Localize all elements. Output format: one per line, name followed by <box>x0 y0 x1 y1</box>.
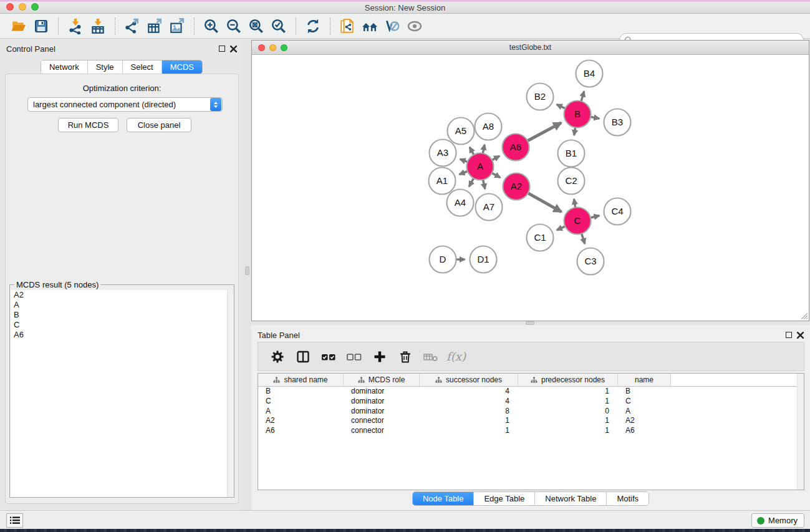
cell-shared-name[interactable]: A6 <box>258 426 344 436</box>
node-C2[interactable]: C2 <box>558 168 585 195</box>
close-window-button[interactable] <box>6 3 14 11</box>
node-A7[interactable]: A7 <box>476 194 503 221</box>
function-builder-button[interactable]: f(x) <box>445 346 468 368</box>
table-row-b[interactable]: Bdominator41B <box>258 387 804 397</box>
tab-select[interactable]: Select <box>123 60 162 74</box>
tab-network-table[interactable]: Network Table <box>535 492 607 505</box>
cell-mcds-role[interactable]: connector <box>344 416 420 426</box>
network-from-file-button[interactable] <box>336 16 359 37</box>
tab-style[interactable]: Style <box>88 60 123 74</box>
vertical-splitter-grip[interactable] <box>245 266 249 275</box>
node-C1[interactable]: C1 <box>527 225 554 251</box>
cell-predecessor-nodes[interactable]: 1 <box>518 426 618 436</box>
task-history-button[interactable] <box>6 513 23 528</box>
node-A3[interactable]: A3 <box>430 140 456 167</box>
node-C4[interactable]: C4 <box>604 198 631 225</box>
node-B[interactable]: B <box>564 101 591 128</box>
close-network-view-button[interactable] <box>258 44 265 51</box>
edge-A6-B[interactable] <box>526 123 561 142</box>
tab-mcds[interactable]: MCDS <box>162 60 202 74</box>
float-table-panel-icon[interactable] <box>786 332 792 338</box>
cell-mcds-role[interactable]: dominator <box>344 397 420 407</box>
import-network-button[interactable] <box>64 16 87 37</box>
zoom-in-button[interactable] <box>200 16 223 37</box>
tab-edge-table[interactable]: Edge Table <box>474 492 535 505</box>
show-hide-graphics-button[interactable] <box>403 16 426 37</box>
float-panel-icon[interactable] <box>219 46 225 52</box>
cell-mcds-role[interactable]: dominator <box>344 387 420 397</box>
cell-shared-name[interactable]: B <box>258 387 344 397</box>
node-D1[interactable]: D1 <box>470 246 497 273</box>
node-A8[interactable]: A8 <box>475 114 502 140</box>
node-A2[interactable]: A2 <box>503 173 530 200</box>
import-table-button[interactable] <box>87 16 109 37</box>
unselect-all-columns-button[interactable] <box>342 346 365 368</box>
cell-predecessor-nodes[interactable]: 1 <box>518 397 618 407</box>
add-row-button[interactable] <box>368 346 391 368</box>
edge-A2-C[interactable] <box>526 192 561 212</box>
cell-name[interactable]: A2 <box>618 416 671 426</box>
table-scrollbar[interactable] <box>797 374 804 490</box>
delete-rows-button[interactable] <box>393 346 417 368</box>
cell-predecessor-nodes[interactable]: 1 <box>518 387 618 397</box>
cell-successor-nodes[interactable]: 8 <box>420 407 518 417</box>
cell-successor-nodes[interactable]: 1 <box>420 426 518 436</box>
node-D[interactable]: D <box>430 246 456 273</box>
export-image-button[interactable] <box>166 16 188 37</box>
result-item-a2[interactable]: A2 <box>11 290 234 300</box>
cell-shared-name[interactable]: A <box>258 407 344 417</box>
column-header-predecessor-nodes[interactable]: predecessor nodes <box>518 374 618 386</box>
zoom-fit-button[interactable] <box>245 16 268 37</box>
zoom-network-view-button[interactable] <box>281 44 287 51</box>
result-item-a6[interactable]: A6 <box>11 330 234 340</box>
cell-successor-nodes[interactable]: 4 <box>420 387 518 397</box>
result-item-b[interactable]: B <box>11 310 234 320</box>
network-canvas[interactable]: B4B2BB3B1A5A8A6A3AA1C2A2A4A7C4CC1C3DD1 <box>252 55 809 321</box>
node-B2[interactable]: B2 <box>527 84 554 110</box>
zoom-window-button[interactable] <box>31 3 39 11</box>
node-B1[interactable]: B1 <box>558 140 585 167</box>
minimize-window-button[interactable] <box>19 3 26 11</box>
node-A[interactable]: A <box>467 153 494 180</box>
table-settings-button[interactable] <box>266 346 289 368</box>
node-A6[interactable]: A6 <box>503 134 529 161</box>
result-item-a[interactable]: A <box>11 300 234 310</box>
tab-motifs[interactable]: Motifs <box>607 492 648 505</box>
cell-mcds-role[interactable]: dominator <box>344 407 420 417</box>
close-panel-button[interactable]: Close panel <box>127 118 191 132</box>
tab-network[interactable]: Network <box>41 60 88 74</box>
select-all-columns-button[interactable] <box>317 346 340 368</box>
export-table-button[interactable] <box>143 16 166 37</box>
save-session-button[interactable] <box>30 16 52 37</box>
delete-table-button[interactable] <box>419 346 442 368</box>
memory-button[interactable]: Memory <box>751 513 804 528</box>
node-C3[interactable]: C3 <box>577 248 604 275</box>
result-scrollbar[interactable] <box>227 290 234 497</box>
node-B4[interactable]: B4 <box>576 60 603 87</box>
table-row-a6[interactable]: A6connector11A6 <box>258 426 804 436</box>
cell-shared-name[interactable]: A2 <box>258 416 344 426</box>
cell-name[interactable]: C <box>618 397 671 407</box>
tab-node-table[interactable]: Node Table <box>413 492 475 505</box>
show-columns-button[interactable] <box>291 346 314 368</box>
network-graph[interactable]: B4B2BB3B1A5A8A6A3AA1C2A2A4A7C4CC1C3DD1 <box>252 55 809 321</box>
cell-predecessor-nodes[interactable]: 0 <box>518 407 618 417</box>
node-A5[interactable]: A5 <box>448 118 475 145</box>
resize-grip-icon[interactable] <box>801 312 808 320</box>
column-header-mcds-role[interactable]: MCDS role <box>344 374 420 386</box>
export-network-button[interactable] <box>121 16 143 37</box>
cell-successor-nodes[interactable]: 4 <box>420 397 518 407</box>
minimize-network-view-button[interactable] <box>269 44 276 51</box>
cell-mcds-role[interactable]: connector <box>344 426 420 436</box>
cell-name[interactable]: A6 <box>618 426 671 436</box>
column-header-name[interactable]: name <box>618 374 671 386</box>
cell-successor-nodes[interactable]: 1 <box>420 416 518 426</box>
mcds-result-list[interactable]: A2ABCA6 <box>11 290 234 497</box>
cell-predecessor-nodes[interactable]: 1 <box>518 416 618 426</box>
node-A1[interactable]: A1 <box>429 168 456 195</box>
hide-graphics-details-button[interactable] <box>381 16 403 37</box>
node-A4[interactable]: A4 <box>447 190 474 216</box>
node-B3[interactable]: B3 <box>604 109 631 136</box>
zoom-out-button[interactable] <box>223 16 245 37</box>
column-header-shared-name[interactable]: shared name <box>258 374 344 386</box>
